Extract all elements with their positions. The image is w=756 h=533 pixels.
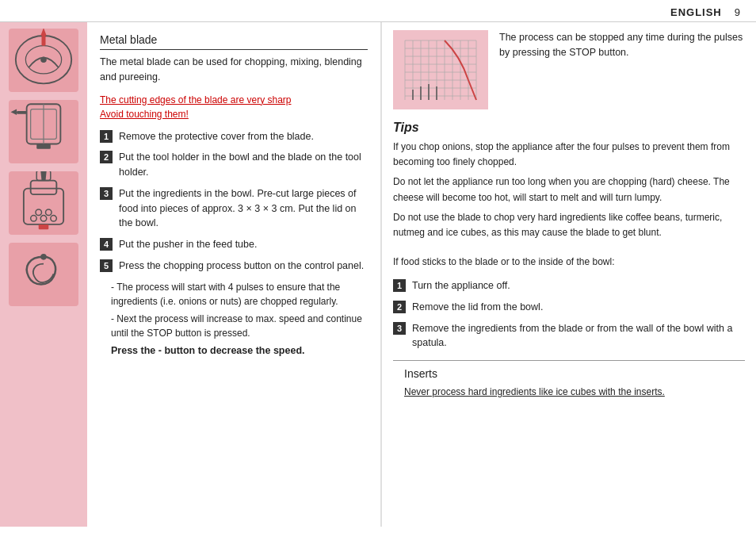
step-2: 2 Put the tool holder in the bowl and th… (100, 150, 368, 180)
inserts-section: Inserts Never process hard ingredients l… (393, 360, 745, 402)
step-4: 4 Put the pusher in the feed tube. (100, 237, 368, 252)
right-step-3-num: 3 (393, 322, 406, 335)
step-4-num: 4 (100, 238, 113, 251)
page-number: 9 (735, 6, 740, 18)
right-step-3: 3 Remove the ingredients from the blade … (393, 321, 745, 351)
page-header: ENGLISH 9 (0, 0, 756, 22)
svg-marker-4 (40, 29, 47, 36)
process-text: The process can be stopped any time duri… (499, 30, 745, 109)
right-top-section: The process can be stopped any time duri… (382, 22, 756, 117)
inserts-warning: Never process hard ingredients like ice … (404, 385, 734, 399)
svg-point-13 (31, 216, 37, 222)
right-step-1-text: Turn the appliance off. (412, 278, 510, 293)
bowl-image (9, 100, 78, 163)
step-5: 5 Press the chopping process button on t… (100, 259, 368, 274)
tips-paragraph-2: Do not let the appliance run too long wh… (393, 174, 745, 205)
step-5-num: 5 (100, 259, 113, 272)
right-step-1-num: 1 (393, 279, 406, 292)
blade-svg (9, 29, 78, 92)
main-layout: Metal blade The metal blade can be used … (0, 22, 756, 527)
right-step-1: 1 Turn the appliance off. (393, 278, 745, 293)
metal-blade-title: Metal blade (100, 33, 368, 50)
svg-rect-18 (39, 224, 49, 229)
step-5-text: Press the chopping process button on the… (119, 259, 364, 274)
curl-image (9, 243, 78, 306)
svg-point-21 (40, 254, 47, 260)
svg-point-2 (40, 57, 47, 63)
tips-paragraph-1: If you chop onions, stop the appliance a… (393, 140, 745, 170)
tips-title: Tips (393, 121, 745, 135)
right-step-2-num: 2 (393, 301, 406, 313)
press-button-text: Press the - button to decrease the speed… (111, 345, 368, 356)
appliance-image (9, 171, 78, 235)
step-1: 1 Remove the protective cover from the b… (100, 129, 368, 144)
step-1-num: 1 (100, 130, 113, 143)
intro-text: The metal blade can be used for chopping… (100, 55, 368, 85)
step-4-text: Put the pusher in the feed tube. (119, 237, 257, 252)
left-column: Metal blade The metal blade can be used … (0, 22, 380, 527)
bullet-2: - Next the process will increase to max.… (111, 312, 368, 340)
step-1-text: Remove the protective cover from the bla… (119, 129, 314, 144)
svg-rect-3 (41, 36, 45, 46)
right-step-2: 2 Remove the lid from the bowl. (393, 300, 745, 315)
grid-image (393, 30, 488, 109)
tips-section: Tips If you chop onions, stop the applia… (382, 117, 756, 248)
bullet-1: - The process will start with 4 pulses t… (111, 280, 368, 309)
blade-image (9, 29, 78, 92)
bowl-svg (9, 100, 78, 163)
step-2-num: 2 (100, 151, 113, 163)
svg-rect-8 (36, 144, 51, 149)
svg-point-16 (36, 209, 42, 216)
step-3-text: Put the ingredients in the bowl. Pre-cut… (119, 186, 368, 231)
appliance-svg (9, 171, 78, 235)
inserts-title: Inserts (404, 367, 734, 380)
svg-point-14 (40, 216, 47, 222)
svg-marker-10 (11, 109, 17, 116)
warning-text: The cutting edges of the blade are very … (100, 93, 368, 121)
right-column: The process can be stopped any time duri… (382, 22, 756, 527)
svg-rect-22 (397, 33, 484, 108)
step-3: 3 Put the ingredients in the bowl. Pre-c… (100, 186, 368, 231)
step-2-text: Put the tool holder in the bowl and the … (119, 150, 368, 180)
left-content: Metal blade The metal blade can be used … (87, 22, 380, 527)
language-label: ENGLISH (670, 6, 722, 18)
svg-point-15 (51, 216, 57, 222)
svg-rect-12 (31, 181, 57, 195)
right-step-3-text: Remove the ingredients from the blade or… (412, 321, 745, 351)
if-food-text: If food sticks to the blade or to the in… (382, 248, 756, 275)
right-step-2-text: Remove the lid from the bowl. (412, 300, 543, 315)
right-steps: 1 Turn the appliance off. 2 Remove the l… (382, 275, 756, 360)
svg-point-17 (46, 209, 52, 216)
svg-marker-20 (40, 171, 47, 181)
curl-svg (9, 243, 78, 306)
image-sidebar (0, 22, 87, 527)
svg-rect-9 (17, 111, 27, 114)
tips-paragraph-3: Do not use the blade to chop very hard i… (393, 210, 745, 240)
step-3-num: 3 (100, 187, 113, 200)
grid-svg (397, 33, 484, 108)
